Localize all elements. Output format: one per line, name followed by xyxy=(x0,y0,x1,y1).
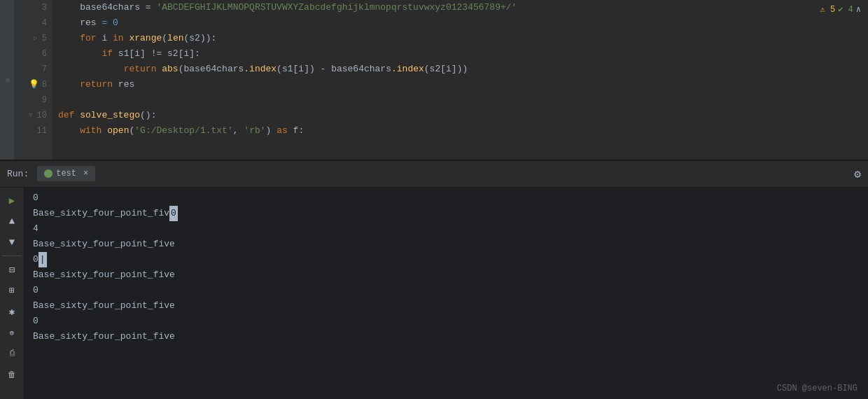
code-line-8: return res xyxy=(58,77,868,92)
run-tab-label: test xyxy=(56,169,76,178)
line-number: 11 xyxy=(37,123,47,139)
code-line-9 xyxy=(58,92,868,108)
run-toolbar: ▶ ▲ ▼ ⊟ ⊞ ✱ ⊕ ⎙ 🗑 xyxy=(0,188,24,399)
run-panel: Run: test × ⚙ ▶ ▲ ▼ ⊟ ⊞ ✱ ⊕ ⎙ 🗑 xyxy=(0,161,868,399)
warning-badge[interactable]: ⚠ 5 xyxy=(820,4,835,15)
code-line-3: base64chars = 'ABCDEFGHIJKLMNOPQRSTUVWXY… xyxy=(58,0,868,15)
output-line-5: 0| xyxy=(33,252,860,267)
pin-button[interactable]: ✱ xyxy=(2,302,22,321)
run-label: Run: xyxy=(7,169,29,179)
fold-icon-10[interactable]: ▽ xyxy=(27,112,34,119)
line-number: 10 xyxy=(37,108,47,123)
line-num-5: ▷ 5 xyxy=(14,31,47,46)
toolbar-divider xyxy=(2,255,22,256)
delete-button[interactable]: 🗑 xyxy=(2,365,22,384)
line-num-11: 11 xyxy=(14,123,47,139)
line-number: 6 xyxy=(42,46,47,62)
output-line-7: 0 xyxy=(33,283,860,298)
tab-close-icon[interactable]: × xyxy=(83,169,88,178)
side-strip: ⚙ xyxy=(4,76,10,83)
csdn-watermark: CSDN @seven-BING xyxy=(777,384,858,393)
badges-container: ⚠ 5 ✔ 4 ∧ xyxy=(820,4,861,15)
diff-add-button[interactable]: ⊞ xyxy=(2,281,22,300)
fold-icon[interactable]: ▷ xyxy=(32,35,39,42)
code-line-10: def solve_stego(): xyxy=(58,108,868,123)
chevron-badge[interactable]: ∧ xyxy=(856,4,861,15)
line-number: 4 xyxy=(42,15,47,31)
line-num-8: 💡 8 xyxy=(14,77,47,92)
print-button[interactable]: ⎙ xyxy=(2,344,22,363)
line-numbers: 3 4 ▷ 5 6 7 💡 8 xyxy=(14,0,52,160)
code-line-6: if s1[i] != s2[i]: xyxy=(58,46,868,62)
tab-run-icon xyxy=(44,169,52,178)
line-num-3: 3 xyxy=(14,0,47,15)
code-line-4: res = 0 xyxy=(58,15,868,31)
line-number: 8 xyxy=(42,77,47,92)
line-number: 9 xyxy=(42,92,47,108)
run-header: Run: test × ⚙ xyxy=(0,161,868,188)
ok-badge[interactable]: ✔ 4 xyxy=(838,4,853,15)
code-line-11: with open('G:/Desktop/1.txt', 'rb') as f… xyxy=(58,123,868,139)
output-line-10: Base_sixty_four_point_five xyxy=(33,329,860,344)
code-content[interactable]: ⚠ 5 ✔ 4 ∧ base64chars = 'ABCDEFGHIJKLMNO… xyxy=(52,0,868,160)
run-settings-icon[interactable]: ⚙ xyxy=(854,167,861,181)
var-res: res xyxy=(80,15,96,31)
code-line-7: return abs(base64chars.index(s1[i]) - ba… xyxy=(58,62,868,77)
cursor-block: 0 xyxy=(169,206,178,221)
line-number: 5 xyxy=(42,31,47,46)
line-num-7: 7 xyxy=(14,62,47,77)
line-number: 7 xyxy=(42,62,47,77)
code-line-5: for i in xrange(len(s2)): xyxy=(58,31,868,46)
output-line-9: 0 xyxy=(33,314,860,329)
output-line-8: Base_sixty_four_point_five xyxy=(33,298,860,314)
run-tab-test[interactable]: test × xyxy=(37,166,95,183)
scroll-down-button[interactable]: ▼ xyxy=(2,232,22,252)
output-line-6: Base_sixty_four_point_five xyxy=(33,267,860,283)
run-output[interactable]: 0 Base_sixty_four_point_fiv0 4 Base_sixt… xyxy=(24,188,868,399)
output-line-2: Base_sixty_four_point_fiv0 xyxy=(33,206,860,221)
var-base64chars: base64chars xyxy=(80,0,140,15)
output-line-1: 0 xyxy=(33,190,860,206)
run-button[interactable]: ▶ xyxy=(2,190,22,210)
output-line-4: Base_sixty_four_point_five xyxy=(33,237,860,252)
bulb-icon[interactable]: 💡 xyxy=(29,77,39,92)
line-num-9: 9 xyxy=(14,92,47,108)
extra-button[interactable]: ⊕ xyxy=(2,323,22,342)
run-body: ▶ ▲ ▼ ⊟ ⊞ ✱ ⊕ ⎙ 🗑 0 Base_sixty_four_poin… xyxy=(0,188,868,399)
line-num-10: ▽ 10 xyxy=(14,108,47,123)
code-editor: ⚙ 3 4 ▷ 5 6 7 xyxy=(0,0,868,161)
line-num-6: 6 xyxy=(14,46,47,62)
diff-button[interactable]: ⊟ xyxy=(2,260,22,279)
output-line-3: 4 xyxy=(33,221,860,237)
scroll-up-button[interactable]: ▲ xyxy=(2,211,22,231)
cursor-block-2: | xyxy=(38,252,47,267)
line-number: 3 xyxy=(42,0,47,15)
line-num-4: 4 xyxy=(14,15,47,31)
